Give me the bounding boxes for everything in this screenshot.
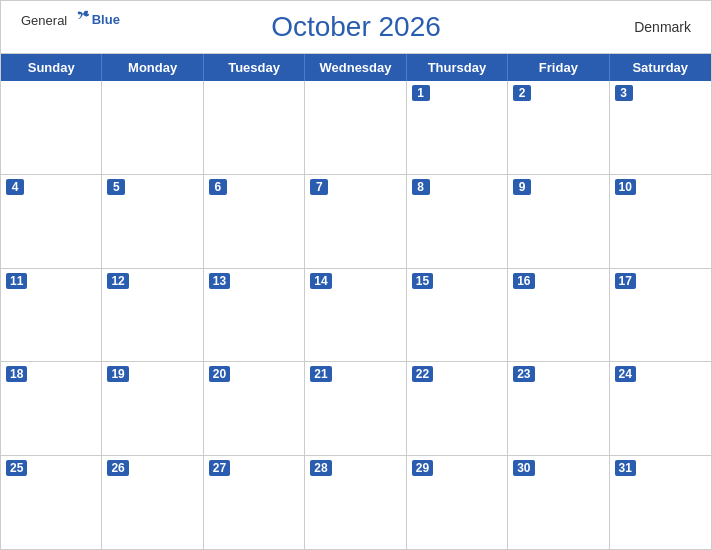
day-cell-16: 16 bbox=[508, 269, 609, 362]
day-cell-24: 24 bbox=[610, 362, 711, 455]
day-cell-21: 21 bbox=[305, 362, 406, 455]
day-number-17: 17 bbox=[615, 273, 636, 289]
day-cell-9: 9 bbox=[508, 175, 609, 268]
day-cell-5: 5 bbox=[102, 175, 203, 268]
day-number-25: 25 bbox=[6, 460, 27, 476]
day-number-18: 18 bbox=[6, 366, 27, 382]
day-cell-19: 19 bbox=[102, 362, 203, 455]
day-number-4: 4 bbox=[6, 179, 24, 195]
day-cell-28: 28 bbox=[305, 456, 406, 549]
day-header-monday: Monday bbox=[102, 54, 203, 81]
day-cell-14: 14 bbox=[305, 269, 406, 362]
day-number-30: 30 bbox=[513, 460, 534, 476]
day-number-19: 19 bbox=[107, 366, 128, 382]
day-cell-23: 23 bbox=[508, 362, 609, 455]
day-cell-12: 12 bbox=[102, 269, 203, 362]
day-header-wednesday: Wednesday bbox=[305, 54, 406, 81]
week-row-2: 45678910 bbox=[1, 175, 711, 269]
logo-blue-text: Blue bbox=[92, 12, 120, 27]
day-cell-8: 8 bbox=[407, 175, 508, 268]
day-cell-27: 27 bbox=[204, 456, 305, 549]
day-cell-3: 3 bbox=[610, 81, 711, 174]
day-number-22: 22 bbox=[412, 366, 433, 382]
week-row-1: 123 bbox=[1, 81, 711, 175]
day-number-7: 7 bbox=[310, 179, 328, 195]
day-header-tuesday: Tuesday bbox=[204, 54, 305, 81]
day-cell-22: 22 bbox=[407, 362, 508, 455]
day-cell-26: 26 bbox=[102, 456, 203, 549]
day-cell-4: 4 bbox=[1, 175, 102, 268]
day-cell-2: 2 bbox=[508, 81, 609, 174]
day-cell-11: 11 bbox=[1, 269, 102, 362]
day-header-thursday: Thursday bbox=[407, 54, 508, 81]
day-cell-29: 29 bbox=[407, 456, 508, 549]
country-label: Denmark bbox=[634, 19, 691, 35]
day-number-5: 5 bbox=[107, 179, 125, 195]
day-number-24: 24 bbox=[615, 366, 636, 382]
day-cell-15: 15 bbox=[407, 269, 508, 362]
day-number-8: 8 bbox=[412, 179, 430, 195]
logo: General Blue bbox=[21, 9, 120, 29]
day-cell-1: 1 bbox=[407, 81, 508, 174]
day-cell-25: 25 bbox=[1, 456, 102, 549]
week-row-4: 18192021222324 bbox=[1, 362, 711, 456]
day-cell-31: 31 bbox=[610, 456, 711, 549]
day-header-saturday: Saturday bbox=[610, 54, 711, 81]
day-number-12: 12 bbox=[107, 273, 128, 289]
week-row-5: 25262728293031 bbox=[1, 456, 711, 549]
day-number-28: 28 bbox=[310, 460, 331, 476]
day-number-6: 6 bbox=[209, 179, 227, 195]
logo-general-text: General bbox=[21, 13, 67, 28]
day-number-9: 9 bbox=[513, 179, 531, 195]
day-cell-7: 7 bbox=[305, 175, 406, 268]
day-cell-empty bbox=[204, 81, 305, 174]
logo-bird-icon bbox=[74, 9, 90, 25]
day-cell-17: 17 bbox=[610, 269, 711, 362]
day-number-11: 11 bbox=[6, 273, 27, 289]
day-number-13: 13 bbox=[209, 273, 230, 289]
day-number-27: 27 bbox=[209, 460, 230, 476]
day-number-20: 20 bbox=[209, 366, 230, 382]
day-number-2: 2 bbox=[513, 85, 531, 101]
day-cell-empty bbox=[305, 81, 406, 174]
day-header-friday: Friday bbox=[508, 54, 609, 81]
day-number-3: 3 bbox=[615, 85, 633, 101]
calendar-header: General Blue October 2026 Denmark bbox=[1, 1, 711, 53]
day-cell-20: 20 bbox=[204, 362, 305, 455]
day-cell-empty bbox=[1, 81, 102, 174]
day-number-14: 14 bbox=[310, 273, 331, 289]
calendar-container: General Blue October 2026 Denmark Sunday… bbox=[0, 0, 712, 550]
day-headers-row: SundayMondayTuesdayWednesdayThursdayFrid… bbox=[1, 54, 711, 81]
day-cell-18: 18 bbox=[1, 362, 102, 455]
day-number-31: 31 bbox=[615, 460, 636, 476]
day-cell-6: 6 bbox=[204, 175, 305, 268]
week-row-3: 11121314151617 bbox=[1, 269, 711, 363]
day-number-10: 10 bbox=[615, 179, 636, 195]
day-cell-10: 10 bbox=[610, 175, 711, 268]
weeks-container: 1234567891011121314151617181920212223242… bbox=[1, 81, 711, 549]
day-cell-30: 30 bbox=[508, 456, 609, 549]
day-cell-13: 13 bbox=[204, 269, 305, 362]
day-number-26: 26 bbox=[107, 460, 128, 476]
day-number-21: 21 bbox=[310, 366, 331, 382]
calendar-grid: SundayMondayTuesdayWednesdayThursdayFrid… bbox=[1, 53, 711, 549]
day-header-sunday: Sunday bbox=[1, 54, 102, 81]
day-number-15: 15 bbox=[412, 273, 433, 289]
month-title: October 2026 bbox=[271, 11, 441, 43]
day-number-1: 1 bbox=[412, 85, 430, 101]
day-number-16: 16 bbox=[513, 273, 534, 289]
day-number-29: 29 bbox=[412, 460, 433, 476]
day-number-23: 23 bbox=[513, 366, 534, 382]
day-cell-empty bbox=[102, 81, 203, 174]
